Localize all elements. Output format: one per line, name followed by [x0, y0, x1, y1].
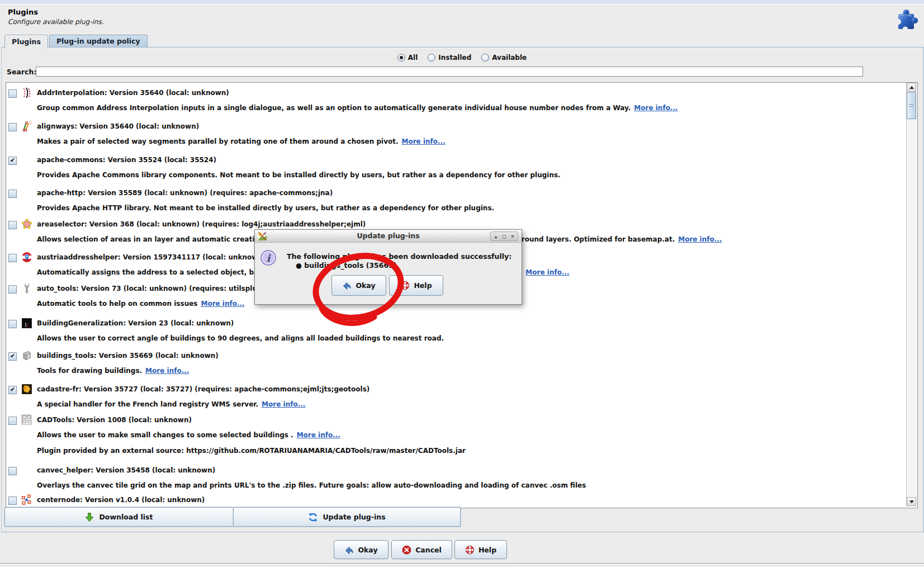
plugin-row-cadastre-fr: ✔ cadastre-fr: Version 35727 (local: 357…	[6, 385, 900, 417]
plugin-checkbox[interactable]	[8, 89, 17, 98]
check-icon: ✔	[10, 352, 15, 360]
plugin-description: Provides Apache Commons library componen…	[37, 171, 561, 179]
plugin-checkbox-checked[interactable]: ✔	[8, 157, 17, 165]
plugin-checkbox[interactable]	[8, 285, 17, 294]
plugin-checkbox[interactable]	[8, 320, 17, 328]
plugin-checkbox[interactable]	[8, 190, 17, 198]
more-info-link[interactable]: More info...	[678, 235, 722, 243]
more-info-link[interactable]: More info...	[201, 300, 244, 308]
more-info-link[interactable]: More info...	[145, 367, 189, 375]
plugin-checkbox-checked[interactable]: ✔	[8, 352, 17, 361]
cancel-label: Cancel	[415, 546, 442, 554]
dialog-message: The following plug-in has been downloade…	[287, 252, 511, 261]
dialog-help-button[interactable]: Help	[389, 275, 443, 296]
back-arrow-icon	[342, 281, 352, 290]
dialog-item-text: buildings_tools (35669)	[304, 261, 396, 270]
plugin-checkbox[interactable]	[8, 467, 17, 475]
help-button[interactable]: Help	[454, 540, 507, 559]
dialog-okay-label: Okay	[356, 281, 375, 290]
plugin-description: Overlays the canvec tile grid on the map…	[37, 481, 586, 489]
more-info-link[interactable]: More info...	[525, 268, 569, 276]
cadastre-fr-icon	[21, 384, 32, 395]
page-subtitle: Configure available plug-ins.	[8, 18, 103, 26]
plugin-title: buildings_tools: Version 35669 (local: u…	[37, 352, 219, 360]
plugin-description-text: Tools for drawing buildings.	[37, 367, 142, 375]
plugin-description-text: Allows the user to correct angle of buil…	[37, 334, 444, 342]
plugin-description-text: Group common Address Interpolation input…	[37, 104, 631, 112]
okay-label: Okay	[358, 546, 377, 554]
plugin-description-text: Overlays the canvec tile grid on the map…	[37, 481, 586, 489]
austriaaddresshelper-icon	[21, 252, 32, 263]
areaselector-icon	[21, 219, 32, 230]
plugin-title: CADTools: Version 1008 (local: unknown)	[37, 416, 192, 424]
update-plugins-label: Update plug-ins	[323, 513, 385, 521]
check-icon: ✔	[10, 157, 15, 164]
download-list-button[interactable]: Download list	[4, 507, 233, 527]
help-label: Help	[478, 546, 496, 554]
plugins-puzzle-icon	[892, 3, 920, 31]
update-plugins-dialog: Update plug-ins ▴ ◻ ✕ i The following pl…	[254, 229, 522, 305]
filter-available-label: Available	[492, 54, 527, 62]
plugin-description: A special handler for the French land re…	[37, 400, 305, 408]
download-list-label: Download list	[99, 513, 153, 521]
search-label: Search:	[7, 68, 36, 76]
tab-plugins[interactable]: Plugins	[4, 35, 48, 48]
centernode-icon	[21, 494, 32, 505]
scroll-down-button[interactable]	[907, 497, 916, 506]
plugin-title: auto_tools: Version 73 (local: unknown) …	[37, 285, 277, 292]
plugin-row-cadtools: CADTools: Version 1008 (local: unknown) …	[6, 416, 900, 463]
scroll-thumb[interactable]	[907, 92, 916, 119]
more-info-link[interactable]: More info...	[634, 104, 677, 112]
filter-all-radio[interactable]: All	[397, 54, 418, 62]
plugin-checkbox[interactable]	[8, 417, 17, 425]
plugin-filter-group: All Installed Available	[0, 54, 924, 62]
plugin-description: Tools for drawing buildings.More info...	[37, 367, 189, 375]
tab-plugins-label: Plugins	[12, 37, 41, 46]
cancel-button[interactable]: Cancel	[391, 540, 452, 559]
filter-installed-radio[interactable]: Installed	[428, 54, 471, 62]
dialog-okay-button[interactable]: Okay	[331, 275, 386, 296]
cancel-icon	[402, 545, 411, 555]
plugin-title: centernode: Version v1.0.4 (local: unkno…	[37, 496, 205, 504]
plugin-description-text: A special handler for the French land re…	[37, 400, 258, 408]
plugin-description: Makes a pair of selected way segments pa…	[37, 138, 446, 145]
more-info-link[interactable]: More info...	[402, 138, 446, 145]
plugin-checkbox-checked[interactable]: ✔	[8, 386, 17, 394]
plugin-description: Automatic tools to help on common issues…	[37, 300, 245, 308]
filter-installed-label: Installed	[438, 54, 471, 62]
plugin-title: austriaaddresshelper: Version 1597341117…	[37, 253, 266, 261]
plugin-title: canvec_helper: Version 35458 (local: unk…	[37, 466, 215, 474]
dialog-titlebar[interactable]: Update plug-ins ▴ ◻ ✕	[255, 230, 522, 243]
radio-icon	[397, 54, 405, 62]
search-input[interactable]	[36, 67, 863, 77]
wrench-icon	[21, 283, 32, 294]
plugin-checkbox[interactable]	[8, 497, 17, 505]
plugin-checkbox[interactable]	[8, 221, 17, 229]
maximize-window-icon[interactable]: ◻	[500, 233, 508, 240]
scroll-thumb-grip	[909, 104, 914, 107]
plugin-checkbox[interactable]	[8, 123, 17, 131]
shade-window-icon[interactable]: ▴	[492, 233, 500, 240]
lifebuoy-icon	[465, 545, 475, 555]
okay-button[interactable]: Okay	[334, 540, 388, 559]
filter-available-radio[interactable]: Available	[481, 54, 527, 62]
plugin-description: Provides Apache HTTP library. Not meant …	[37, 204, 494, 212]
plugin-title: areaselector: Version 368 (local: unknow…	[37, 220, 366, 228]
list-scrollbar[interactable]	[906, 83, 917, 507]
plugin-row-addrinterpolation: AddrInterpolation: Version 35640 (local:…	[6, 89, 900, 120]
plugin-description-text: Provides Apache Commons library componen…	[37, 171, 561, 179]
plugin-row-centernode: centernode: Version v1.0.4 (local: unkno…	[6, 496, 900, 507]
scroll-up-button[interactable]	[907, 83, 916, 92]
update-plugins-button[interactable]: Update plug-ins	[233, 507, 461, 527]
bullet-icon: ●	[296, 261, 302, 270]
tab-plugin-update-policy[interactable]: Plug-in update policy	[49, 35, 148, 47]
more-info-link[interactable]: More info...	[297, 431, 340, 439]
plugin-row-buildings-tools: ✔ buildings_tools: Version 35669 (local:…	[6, 352, 900, 383]
more-info-link[interactable]: More info...	[262, 400, 305, 408]
dialog-downloaded-item: ● buildings_tools (35669)	[296, 261, 397, 270]
plugin-checkbox[interactable]	[8, 254, 17, 262]
plugin-description: Group common Address Interpolation input…	[37, 104, 678, 112]
radio-icon	[481, 54, 489, 62]
back-arrow-icon	[344, 545, 354, 555]
close-window-icon[interactable]: ✕	[509, 233, 517, 240]
